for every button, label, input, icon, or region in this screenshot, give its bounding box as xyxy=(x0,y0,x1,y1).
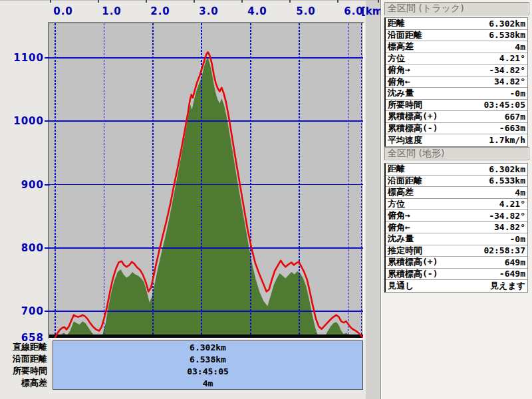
row-label: 沈み量 xyxy=(388,87,414,99)
table-row: 俯角←34.82° xyxy=(386,222,527,234)
table-row: 俯角←34.82° xyxy=(386,76,527,88)
table-row: 沈み量-0m xyxy=(386,88,527,100)
summary-value: 6.538km xyxy=(53,354,362,366)
table-row: 所要時間03:45:05 xyxy=(386,100,527,112)
row-label: 俯角← xyxy=(388,221,410,233)
row-value: 6.302km xyxy=(489,19,525,29)
terrain-area xyxy=(55,58,362,338)
ruler-tick xyxy=(98,0,99,3)
table-row: 平均速度1.7km/h xyxy=(386,134,527,146)
table-row: 標高差4m xyxy=(386,41,527,53)
row-value: 649m xyxy=(505,257,525,267)
table-row: 推定時間02:58:37 xyxy=(386,245,527,257)
y-axis-label: 1100 xyxy=(0,53,44,63)
row-value: -34.82° xyxy=(489,211,525,221)
x-axis-label: 1.0 xyxy=(102,5,122,17)
row-value: 4m xyxy=(515,42,525,52)
row-label: 累積標高(+) xyxy=(388,256,438,268)
pane-gap xyxy=(366,0,380,399)
y-axis-tick xyxy=(45,184,50,186)
summary-value: 6.302km xyxy=(53,342,362,354)
ruler-tick xyxy=(194,0,195,3)
row-value: 1.7km/h xyxy=(489,135,525,145)
baseline xyxy=(49,334,363,338)
row-label: 沈み量 xyxy=(388,233,414,245)
ruler-tick xyxy=(50,0,51,3)
row-label: 標高差 xyxy=(388,186,414,198)
panel-track-rows: 距離6.302km沿面距離6.538km標高差4m方位4.21°俯角→-34.8… xyxy=(384,17,528,147)
row-value: 02:58:37 xyxy=(483,245,525,255)
row-value: -0m xyxy=(510,88,525,98)
table-row: 方位4.21° xyxy=(386,199,527,211)
row-label: 俯角← xyxy=(388,76,410,88)
table-row: 沈み量-0m xyxy=(386,233,527,245)
summary-box: 6.302km6.538km03:45:054m xyxy=(53,340,363,390)
table-row: 標高差4m xyxy=(386,187,527,199)
panel-track-title: 全区間 (トラック) xyxy=(384,2,529,15)
elevation-profile-window: { "axis": { "x_labels": ["0.0","1.0","2.… xyxy=(0,0,532,399)
summary-value: 03:45:05 xyxy=(53,366,362,378)
table-row: 距離6.302km xyxy=(386,164,527,176)
row-value: 667m xyxy=(505,112,525,122)
row-value: 見えます xyxy=(490,280,525,292)
row-label: 累積標高(-) xyxy=(388,268,438,280)
ruler-tick xyxy=(146,0,147,3)
row-label: 俯角→ xyxy=(388,64,410,76)
x-axis-label: 2.0 xyxy=(150,5,170,17)
row-value: 6.533km xyxy=(489,176,525,186)
row-label: 沿面距離 xyxy=(388,175,422,187)
elevation-plot[interactable] xyxy=(49,23,363,338)
y-axis-tick xyxy=(45,247,50,249)
ruler-tick xyxy=(289,0,291,3)
x-axis-label: 5.0 xyxy=(296,5,316,17)
y-axis-label: 900 xyxy=(0,180,44,190)
y-axis-tick xyxy=(45,57,50,59)
table-row: 見通し見えます xyxy=(386,280,527,292)
row-value: -663m xyxy=(499,123,525,133)
ruler-tick xyxy=(378,0,379,3)
summary-value: 4m xyxy=(53,378,362,390)
table-row: 方位4.21° xyxy=(386,53,527,65)
elevation-chart-svg xyxy=(49,23,363,338)
row-label: 見通し xyxy=(388,280,414,292)
row-label: 方位 xyxy=(388,53,405,65)
panel-terrain-rows: 距離6.302km沿面距離6.533km標高差4m方位4.21°俯角→-34.8… xyxy=(384,163,528,293)
row-label: 累積標高(-) xyxy=(388,122,438,134)
table-row: 距離6.302km xyxy=(386,18,527,30)
row-label: 標高差 xyxy=(388,41,414,53)
x-axis-label: 0.0 xyxy=(53,5,73,17)
row-value: 4.21° xyxy=(499,199,525,209)
table-row: 累積標高(-)-663m xyxy=(386,123,527,135)
row-value: 34.82° xyxy=(494,222,525,232)
panel-terrain-title: 全区間 (地形) xyxy=(384,147,529,160)
row-value: 6.538km xyxy=(489,30,525,40)
table-row: 俯角→-34.82° xyxy=(386,65,527,76)
y-axis-label: 1000 xyxy=(0,116,44,126)
summary-label: 沿面距離 xyxy=(0,353,47,365)
row-value: -34.82° xyxy=(489,65,525,75)
row-value: 4m xyxy=(515,188,525,198)
row-value: 34.82° xyxy=(494,76,525,86)
row-label: 沿面距離 xyxy=(388,29,422,41)
row-value: 6.302km xyxy=(489,164,525,174)
row-label: 方位 xyxy=(388,198,405,210)
summary-label: 標高差 xyxy=(0,377,47,389)
x-axis-label: 3.0 xyxy=(199,5,219,17)
y-axis-label: 700 xyxy=(0,306,44,317)
summary-label: 所要時間 xyxy=(0,365,47,377)
row-value: -0m xyxy=(510,234,525,244)
row-label: 距離 xyxy=(388,163,405,175)
table-row: 累積標高(+)649m xyxy=(386,257,527,269)
y-axis-label: 800 xyxy=(0,243,44,253)
table-row: 俯角→-34.82° xyxy=(386,210,527,222)
table-row: 累積標高(-)-649m xyxy=(386,269,527,281)
row-value: 03:45:05 xyxy=(483,100,525,110)
row-label: 俯角→ xyxy=(388,209,410,221)
y-axis-tick xyxy=(45,311,50,312)
summary-label: 直線距離 xyxy=(0,341,47,353)
ruler-tick xyxy=(337,0,338,3)
y-axis-tick xyxy=(45,120,50,122)
table-row: 沿面距離6.533km xyxy=(386,176,527,188)
row-value: -649m xyxy=(499,269,525,279)
row-label: 距離 xyxy=(388,17,405,29)
